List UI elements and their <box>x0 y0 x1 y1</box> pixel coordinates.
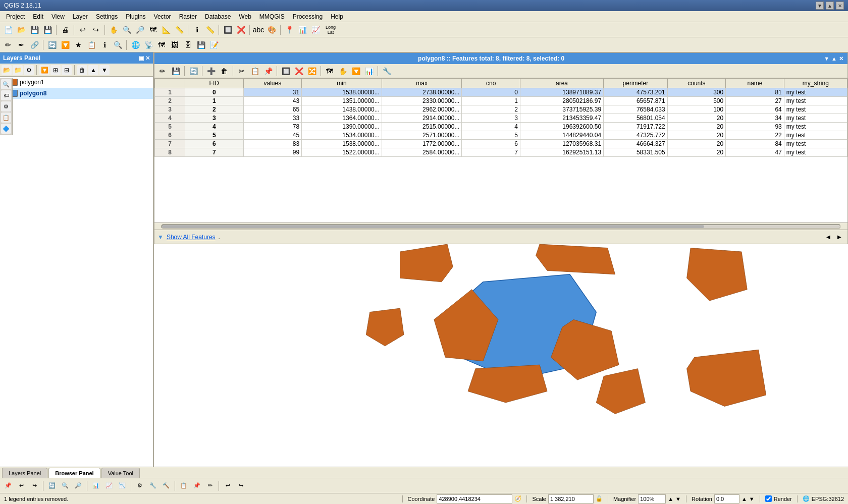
menu-help[interactable]: Help <box>327 12 347 21</box>
rotation-input[interactable] <box>714 494 739 503</box>
attr-deselect[interactable]: ❌ <box>293 65 305 77</box>
rotation-spin-down[interactable]: ▼ <box>749 496 755 502</box>
col-max[interactable]: max <box>382 79 462 88</box>
bottom-tool-12[interactable]: 🔨 <box>160 480 172 492</box>
footer-btn1[interactable]: ◀ <box>823 232 833 242</box>
col-name[interactable]: name <box>726 79 784 88</box>
map-area[interactable]: polygon8 :: Features total: 8, filtered:… <box>154 52 848 467</box>
remove-layer-button[interactable]: 🗑 <box>77 65 87 75</box>
snap-button[interactable]: 🔗 <box>28 39 40 51</box>
coord-capture-button[interactable]: 📍 <box>283 24 295 36</box>
bottom-tool-9[interactable]: 📉 <box>116 480 128 492</box>
col-counts[interactable]: counts <box>667 79 726 88</box>
layers-panel-close-button[interactable]: ✕ <box>145 55 150 62</box>
move-up-button[interactable]: ▲ <box>88 65 98 75</box>
save-as-button[interactable]: 💾 <box>41 24 54 36</box>
identify-button[interactable]: ℹ <box>191 24 203 36</box>
undo-button[interactable]: ↩ <box>77 24 89 36</box>
table-row[interactable]: 32651438.00000...2962.00000...2373715925… <box>155 105 847 114</box>
col-cno[interactable]: cno <box>462 79 520 88</box>
attr-toggle-edit[interactable]: ✏ <box>156 65 169 77</box>
menu-vector[interactable]: Vector <box>150 12 175 21</box>
tab-value-tool[interactable]: Value Tool <box>101 468 140 478</box>
add-wms-button[interactable]: 🌐 <box>129 39 141 51</box>
menu-view[interactable]: View <box>47 12 69 21</box>
minimize-button[interactable]: ▼ <box>816 2 824 10</box>
col-perimeter[interactable]: perimeter <box>604 79 668 88</box>
add-wfs-button[interactable]: 📡 <box>142 39 154 51</box>
bottom-tool-7[interactable]: 📊 <box>90 480 102 492</box>
col-min[interactable]: min <box>302 79 382 88</box>
col-values[interactable]: values <box>243 79 302 88</box>
coordinate-input[interactable] <box>437 494 512 503</box>
magnifier-input[interactable] <box>638 494 666 503</box>
deselect-button[interactable]: ❌ <box>235 24 247 36</box>
add-raster-button[interactable]: 🖼 <box>169 39 181 51</box>
side-tool-5[interactable]: 🔷 <box>1 124 11 134</box>
attr-filter[interactable]: 🔽 <box>350 65 362 77</box>
filter-layer-button[interactable]: 🔽 <box>39 65 49 75</box>
col-area[interactable]: area <box>520 79 603 88</box>
pan-button[interactable]: ✋ <box>108 24 120 36</box>
layers-panel-float-button[interactable]: ▣ <box>139 55 144 62</box>
col-my-string[interactable]: my_string <box>784 79 847 88</box>
menu-plugins[interactable]: Plugins <box>122 12 149 21</box>
epsg-item[interactable]: 🌐 EPSG:32612 <box>803 495 844 502</box>
table-button[interactable]: 📋 <box>85 39 97 51</box>
attr-field-calc[interactable]: 📊 <box>363 65 375 77</box>
bottom-tool-13[interactable]: 📋 <box>178 480 190 492</box>
refresh-button[interactable]: 🔄 <box>46 39 58 51</box>
bottom-tool-3[interactable]: ↪ <box>28 480 40 492</box>
attr-invert[interactable]: 🔀 <box>306 65 318 77</box>
open-layer-button[interactable]: 📂 <box>2 65 12 75</box>
menu-database[interactable]: Database <box>201 12 235 21</box>
table-row[interactable]: 43331364.00000...2914.00000...3213453359… <box>155 114 847 123</box>
digitize2-button[interactable]: ✒ <box>15 39 27 51</box>
attr-save[interactable]: 💾 <box>170 65 182 77</box>
side-tool-4[interactable]: 📋 <box>1 113 11 123</box>
attr-zoom-map[interactable]: 🗺 <box>324 65 336 77</box>
layer-item-polygon8[interactable]: polygon8 <box>0 88 153 99</box>
label-button[interactable]: abc <box>252 24 264 36</box>
bottom-tool-10[interactable]: ⚙ <box>134 480 146 492</box>
table-row[interactable]: 21431351.00000...2330.00000...1280502186… <box>155 97 847 105</box>
attr-paste[interactable]: 📌 <box>262 65 274 77</box>
attr-table-container[interactable]: FID values min max cno area perimeter co… <box>154 78 847 222</box>
bottom-tool-16[interactable]: ↩ <box>222 480 234 492</box>
collapse-all-button[interactable]: ⊟ <box>62 65 72 75</box>
attr-panel-controls[interactable]: ▼ ▲ ✕ <box>824 55 843 62</box>
attr-cut[interactable]: ✂ <box>236 65 248 77</box>
print-button[interactable]: 🖨 <box>59 24 71 36</box>
menu-web[interactable]: Web <box>235 12 255 21</box>
attr-close-button[interactable]: ✕ <box>839 55 843 62</box>
add-csv-button[interactable]: 📝 <box>208 39 220 51</box>
menu-raster[interactable]: Raster <box>175 12 201 21</box>
expand-all-button[interactable]: ⊞ <box>50 65 61 75</box>
filter-button[interactable]: 🔽 <box>59 39 71 51</box>
attr-delete-row[interactable]: 🗑 <box>218 65 230 77</box>
statistics-button[interactable]: 📊 <box>296 24 308 36</box>
col-fid[interactable]: FID <box>185 79 244 88</box>
titlebar-controls[interactable]: ▼ ▲ ✕ <box>816 2 844 10</box>
attr-float-button[interactable]: ▼ <box>824 55 829 62</box>
bottom-tool-11[interactable]: 🔧 <box>147 480 159 492</box>
bottom-tool-4[interactable]: 🔄 <box>46 480 58 492</box>
map-canvas[interactable] <box>154 244 848 467</box>
bottom-tool-14[interactable]: 📌 <box>191 480 203 492</box>
style-button[interactable]: 🎨 <box>266 24 278 36</box>
bottom-tool-17[interactable]: ↪ <box>235 480 247 492</box>
bottom-tool-6[interactable]: 🔎 <box>72 480 84 492</box>
menu-project[interactable]: Project <box>2 12 29 21</box>
bottom-tool-2[interactable]: ↩ <box>15 480 27 492</box>
attr-copy[interactable]: 📋 <box>249 65 261 77</box>
table-row[interactable]: 10311538.00000...2738.00000...0138971089… <box>155 88 847 97</box>
menu-settings[interactable]: Settings <box>92 12 122 21</box>
highlight-button[interactable]: ★ <box>72 39 84 51</box>
show-all-features-label[interactable]: Show All Features <box>167 234 216 241</box>
attr-organize[interactable]: 🔧 <box>381 65 393 77</box>
select-button[interactable]: 🔲 <box>222 24 234 36</box>
save-project-button[interactable]: 💾 <box>28 24 40 36</box>
side-tool-3[interactable]: ⚙ <box>1 101 11 111</box>
attr-horizontal-scrollbar[interactable] <box>154 222 847 230</box>
redo-button[interactable]: ↪ <box>90 24 102 36</box>
